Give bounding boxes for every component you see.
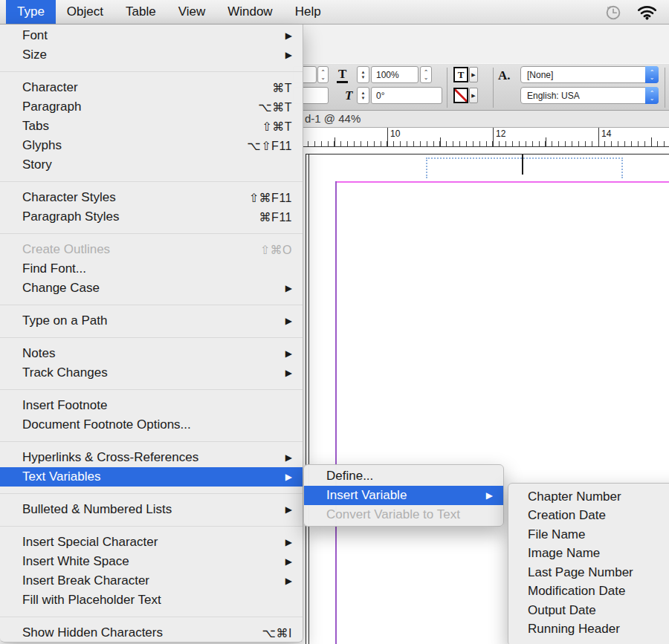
column-guide-vertical[interactable] <box>335 181 337 644</box>
swatch-flyout-button[interactable]: ▶ <box>469 88 478 103</box>
menu-item-output-date[interactable]: Output Date <box>508 601 669 620</box>
menu-item-label: Paragraph <box>22 100 81 114</box>
menubar-item-table[interactable]: Table <box>114 0 167 24</box>
menu-item-size[interactable]: Size ▶ <box>0 45 303 65</box>
menu-item-document-footnote-options[interactable]: Document Footnote Options... <box>0 415 303 435</box>
menu-separator <box>0 493 303 494</box>
submenu-arrow-icon: ▶ <box>285 537 292 547</box>
panel-divider <box>493 68 494 108</box>
dropdown-stepper-icon: ⌃ ⌄ <box>645 66 659 83</box>
chevron-down-icon: ⌄ <box>650 96 655 101</box>
menu-item-label: Fill with Placeholder Text <box>22 593 161 608</box>
vertical-scale-input[interactable]: 100% <box>371 66 418 83</box>
skew-input[interactable]: 0° <box>371 87 442 104</box>
menu-separator <box>0 526 303 527</box>
text-frame-flyout-button[interactable]: ▶ <box>469 67 478 82</box>
menu-item-label: Glyphs <box>22 138 62 153</box>
vertical-scale-icon: T <box>337 68 348 82</box>
menu-item-insert-variable[interactable]: Insert Variable ▶ <box>304 486 503 505</box>
menu-item-running-header[interactable]: Running Header <box>508 620 669 640</box>
menu-item-label: Insert Break Character <box>22 573 149 588</box>
menubar-status-icons <box>604 0 669 24</box>
menu-item-label: Character <box>22 80 78 95</box>
menu-item-tabs[interactable]: Tabs ⇧⌘T <box>0 117 303 136</box>
menu-item-last-page-number[interactable]: Last Page Number <box>508 563 669 582</box>
ruler-minor-ticks <box>308 141 669 146</box>
menu-item-insert-footnote[interactable]: Insert Footnote <box>0 396 303 415</box>
menu-item-label: Track Changes <box>22 365 108 380</box>
menu-item-shortcut: ⌘F11 <box>259 210 292 224</box>
menu-item-text-variables[interactable]: Text Variables ▶ <box>0 467 303 487</box>
menu-item-paragraph[interactable]: Paragraph ⌥⌘T <box>0 97 303 117</box>
menu-item-label: Notes <box>22 346 55 361</box>
menu-item-label: Type on a Path <box>22 313 107 328</box>
spinner-up-icon: ▲ <box>361 70 366 75</box>
language-dropdown[interactable]: English: USA ⌃ ⌄ <box>520 87 659 104</box>
text-frame-button[interactable]: T <box>453 67 468 82</box>
ruler-tick-major <box>387 128 388 146</box>
time-machine-icon[interactable] <box>604 3 622 22</box>
menu-item-label: Running Header <box>528 622 620 637</box>
menu-item-change-case[interactable]: Change Case ▶ <box>0 279 303 298</box>
chevron-down-icon: ⌄ <box>424 75 429 80</box>
stroke-none-swatch-button[interactable] <box>453 88 468 103</box>
cut-off-field-stepper[interactable]: ⌃ ⌄ <box>317 66 329 83</box>
margin-guide-horizontal[interactable] <box>335 181 669 183</box>
character-style-dropdown[interactable]: [None] ⌃ ⌄ <box>520 66 659 83</box>
ruler-label: 14 <box>601 129 611 139</box>
menu-item-file-name[interactable]: File Name <box>508 525 669 544</box>
menu-item-character-styles[interactable]: Character Styles ⇧⌘F11 <box>0 188 303 207</box>
submenu-arrow-icon: ▶ <box>285 472 292 482</box>
menu-item-paragraph-styles[interactable]: Paragraph Styles ⌘F11 <box>0 207 303 227</box>
menu-item-character[interactable]: Character ⌘T <box>0 78 303 97</box>
submenu-arrow-icon: ▶ <box>285 452 292 463</box>
menu-item-chapter-number[interactable]: Chapter Number <box>508 487 669 507</box>
menubar-item-view[interactable]: View <box>167 0 217 24</box>
menubar-item-type[interactable]: Type <box>6 0 56 24</box>
ruler-label: 10 <box>390 129 400 139</box>
pasteboard-edge <box>306 154 306 644</box>
menu-item-fill-with-placeholder-text[interactable]: Fill with Placeholder Text <box>0 591 303 610</box>
menubar-item-object[interactable]: Object <box>56 0 114 24</box>
flyout-arrow-icon: ▶ <box>471 72 475 78</box>
vertical-scale-stepper[interactable]: ⌃ ⌄ <box>420 66 432 83</box>
text-variables-submenu: Define... Insert Variable ▶ Convert Vari… <box>303 464 504 527</box>
menu-item-notes[interactable]: Notes ▶ <box>0 344 303 363</box>
menu-item-creation-date[interactable]: Creation Date <box>508 507 669 526</box>
menubar-item-window[interactable]: Window <box>216 0 283 24</box>
menu-item-bulleted-numbered-lists[interactable]: Bulleted & Numbered Lists ▶ <box>0 500 303 519</box>
menubar-item-help[interactable]: Help <box>284 0 332 24</box>
menu-item-track-changes[interactable]: Track Changes ▶ <box>0 363 303 383</box>
menu-item-show-hidden-characters[interactable]: Show Hidden Characters ⌥⌘I <box>0 623 303 643</box>
chevron-down-icon: ⌄ <box>650 75 655 80</box>
insert-variable-submenu: Chapter Number Creation Date File Name I… <box>508 483 669 644</box>
selected-text-frame[interactable] <box>426 157 623 178</box>
menu-item-find-font[interactable]: Find Font... <box>0 259 303 279</box>
skew-spinner[interactable]: ▲ ▼ <box>357 87 369 104</box>
menu-item-shortcut: ⇧⌘T <box>262 120 292 134</box>
vertical-scale-spinner[interactable]: ▲ ▼ <box>357 66 369 83</box>
menu-item-define[interactable]: Define... <box>304 466 503 486</box>
menu-item-label: Output Date <box>528 603 596 618</box>
menu-item-insert-white-space[interactable]: Insert White Space ▶ <box>0 552 303 571</box>
menu-item-create-outlines: Create Outlines ⇧⌘O <box>0 240 303 259</box>
menu-item-type-on-a-path[interactable]: Type on a Path ▶ <box>0 311 303 331</box>
menu-item-label: Size <box>22 48 47 62</box>
menu-item-label: Modification Date <box>528 584 625 599</box>
menu-item-insert-special-character[interactable]: Insert Special Character ▶ <box>0 533 303 552</box>
skew-value: 0° <box>376 91 384 101</box>
menu-separator <box>0 71 303 72</box>
menu-item-glyphs[interactable]: Glyphs ⌥⇧F11 <box>0 136 303 155</box>
document-tab-title[interactable]: d-1 @ 44% <box>305 112 361 125</box>
menu-item-font[interactable]: Font ▶ <box>0 26 303 45</box>
menu-item-insert-break-character[interactable]: Insert Break Character ▶ <box>0 571 303 591</box>
submenu-arrow-icon: ▶ <box>285 576 292 586</box>
wifi-icon[interactable] <box>637 4 657 20</box>
menu-item-image-name[interactable]: Image Name <box>508 544 669 564</box>
menu-item-label: Change Case <box>22 281 100 296</box>
control-panel: ⌃ ⌄ T ▲ ▼ 100% ⌃ ⌄ T ▲ ▼ 0° T ▶ ▶ A. [No… <box>303 63 669 111</box>
menu-item-modification-date[interactable]: Modification Date <box>508 582 669 602</box>
menu-item-story[interactable]: Story <box>0 155 303 175</box>
menu-item-hyperlinks-cross-references[interactable]: Hyperlinks & Cross-References ▶ <box>0 448 303 467</box>
menu-item-label: Create Outlines <box>22 242 110 257</box>
